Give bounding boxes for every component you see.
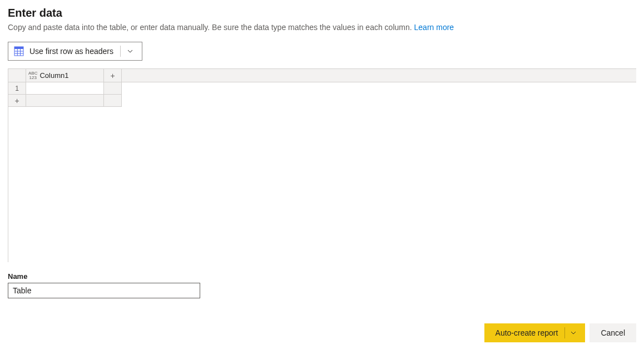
grid-data-row: 1 [8,82,636,95]
name-section: Name [8,272,636,298]
row-number-cell: 1 [8,82,26,95]
add-row: + [8,95,636,107]
button-divider [564,327,565,338]
grid-cell[interactable] [26,82,104,95]
toolbar: Use first row as headers [8,42,636,61]
add-column-button[interactable]: + [104,69,122,82]
button-divider [120,46,121,57]
grid-header-filler [122,69,636,82]
auto-create-report-button[interactable]: Auto-create report [484,323,586,342]
use-first-row-as-headers-button[interactable]: Use first row as headers [8,42,142,61]
page-subtitle: Copy and paste data into the table, or e… [8,23,636,32]
svg-rect-1 [14,47,23,49]
use-first-row-label: Use first row as headers [29,47,113,56]
datatype-abc123-icon: ABC 123 [28,71,37,80]
auto-create-report-dropdown[interactable] [566,323,581,342]
grid-header-row: ABC 123 Column1 + [8,69,636,82]
add-row-end [104,95,122,107]
column-header[interactable]: ABC 123 Column1 [26,69,104,82]
auto-create-report-label: Auto-create report [496,328,558,337]
chevron-down-icon [570,330,577,336]
page-title: Enter data [8,7,636,19]
footer: Auto-create report Cancel [484,323,636,342]
use-first-row-dropdown[interactable] [123,42,137,60]
grid-row-end [104,82,122,95]
grid-corner-cell [8,69,26,82]
table-icon [14,46,24,56]
subtitle-text: Copy and paste data into the table, or e… [8,23,414,32]
name-label: Name [8,272,636,281]
chevron-down-icon [127,48,133,55]
add-row-button[interactable]: + [8,95,26,107]
data-grid: ABC 123 Column1 + 1 + [8,68,636,262]
add-row-cell [26,95,104,107]
learn-more-link[interactable]: Learn more [414,23,454,32]
table-name-input[interactable] [8,283,200,298]
cancel-button[interactable]: Cancel [589,323,636,342]
column-header-label: Column1 [39,71,68,80]
